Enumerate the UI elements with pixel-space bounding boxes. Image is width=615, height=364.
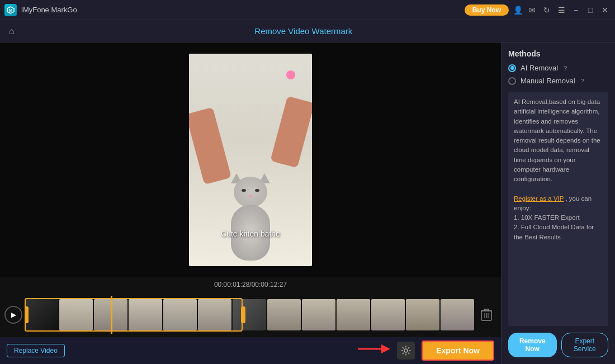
- mail-icon[interactable]: ✉: [527, 4, 538, 16]
- ai-removal-label: AI Removal: [521, 64, 558, 72]
- ai-removal-radio[interactable]: [508, 64, 516, 72]
- description-text: AI Removal,based on big data artificial …: [514, 98, 600, 182]
- ai-removal-help-icon[interactable]: ?: [564, 65, 567, 72]
- expert-service-button[interactable]: Expert Service: [561, 333, 609, 357]
- ai-removal-option[interactable]: AI Removal ?: [508, 64, 608, 72]
- methods-options: AI Removal ? Manual Removal ?: [508, 64, 608, 85]
- timeline-scroll[interactable]: [25, 296, 474, 334]
- description-box: AI Removal,based on big data artificial …: [508, 92, 608, 326]
- video-player[interactable]: Cute kitten bathe: [0, 42, 501, 277]
- kitten-scene: Cute kitten bathe: [189, 54, 312, 266]
- replace-video-button[interactable]: Replace Video: [7, 344, 65, 357]
- title-bar-left: M iMyFone MarkGo: [4, 4, 77, 16]
- ai-removal-radio-fill: [510, 66, 514, 70]
- close-button[interactable]: ✕: [599, 4, 611, 16]
- video-timestamp: 00:00:01:28/00:00:12:27: [0, 277, 501, 292]
- nav-bar: ⌂ Remove Video Watermark: [0, 20, 615, 42]
- timeline-cursor: [111, 296, 112, 334]
- right-panel: Methods AI Removal ? Manual Removal ? AI…: [501, 42, 615, 364]
- video-frame: Cute kitten bathe: [189, 54, 312, 266]
- maximize-button[interactable]: □: [585, 4, 596, 16]
- thumb-1: [25, 299, 58, 330]
- buy-now-button[interactable]: Buy Now: [465, 4, 509, 16]
- play-button[interactable]: ▶: [4, 306, 22, 324]
- bottom-right: Export Now: [357, 341, 494, 361]
- manual-removal-radio[interactable]: [508, 77, 516, 85]
- manual-removal-help-icon[interactable]: ?: [581, 78, 584, 84]
- thumb-9: [302, 299, 335, 330]
- main-content: Cute kitten bathe 00:00:01:28/00:00:12:2…: [0, 42, 615, 364]
- menu-icon[interactable]: ☰: [556, 4, 567, 16]
- thumb-5: [163, 299, 197, 330]
- thumbnail-strip: [25, 298, 474, 332]
- register-vip-link[interactable]: Register as a VIP: [514, 195, 564, 202]
- action-buttons: Remove Now Expert Service: [508, 333, 608, 357]
- delete-button[interactable]: [476, 305, 496, 325]
- methods-title: Methods: [508, 49, 608, 58]
- bottom-bar: Replace Video Export Now: [0, 337, 501, 364]
- svg-point-10: [404, 349, 408, 352]
- settings-button[interactable]: [397, 342, 415, 360]
- user-icon[interactable]: 👤: [512, 4, 523, 16]
- timeline-bar: ▶: [0, 292, 501, 337]
- minimize-button[interactable]: −: [570, 4, 581, 16]
- app-logo: M: [4, 4, 17, 16]
- refresh-icon[interactable]: ↻: [541, 4, 552, 16]
- export-now-button[interactable]: Export Now: [422, 341, 494, 361]
- thumb-6: [198, 299, 231, 330]
- manual-removal-label: Manual Removal: [521, 77, 575, 85]
- title-bar-right: Buy Now 👤 ✉ ↻ ☰ − □ ✕: [465, 4, 611, 16]
- svg-marker-9: [381, 344, 390, 353]
- video-caption: Cute kitten bathe: [189, 229, 312, 238]
- page-title: Remove Video Watermark: [23, 26, 584, 36]
- video-area: Cute kitten bathe 00:00:01:28/00:00:12:2…: [0, 42, 501, 364]
- pink-toy: [286, 70, 295, 79]
- svg-text:M: M: [9, 8, 12, 12]
- thumb-8: [267, 299, 301, 330]
- arrow-icon: [357, 341, 390, 360]
- thumb-2: [59, 299, 93, 330]
- title-bar: M iMyFone MarkGo Buy Now 👤 ✉ ↻ ☰ − □ ✕: [0, 0, 615, 20]
- thumb-4: [129, 299, 162, 330]
- remove-now-button[interactable]: Remove Now: [508, 333, 557, 357]
- thumb-11: [371, 299, 405, 330]
- manual-removal-option[interactable]: Manual Removal ?: [508, 77, 608, 85]
- cat-head: [234, 177, 267, 207]
- thumb-10: [337, 299, 370, 330]
- app-title: iMyFone MarkGo: [21, 6, 77, 14]
- thumb-7: [233, 299, 266, 330]
- home-icon[interactable]: ⌂: [9, 26, 15, 36]
- svg-rect-4: [484, 309, 489, 311]
- thumb-13: [441, 299, 474, 330]
- thumb-12: [406, 299, 439, 330]
